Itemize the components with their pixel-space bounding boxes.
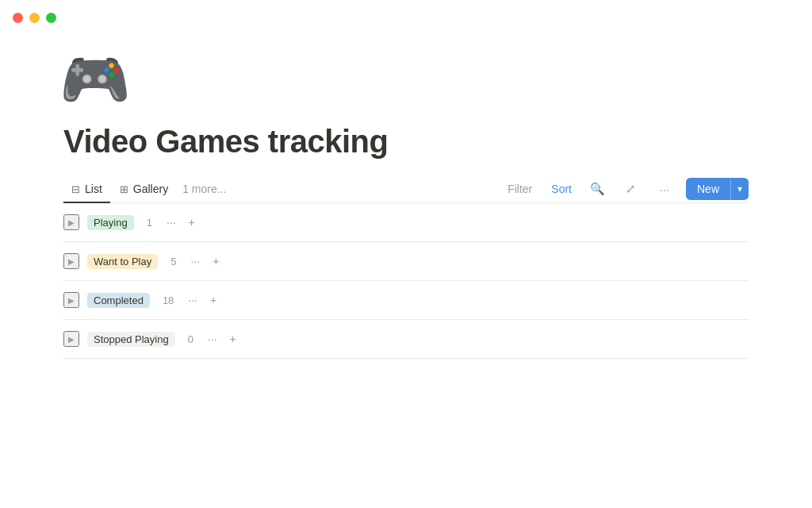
group-add-want-to-play[interactable]: + xyxy=(209,254,222,268)
group-tag-want-to-play: Want to Play xyxy=(87,254,158,269)
tab-gallery-label: Gallery xyxy=(133,183,168,195)
group-expand-completed[interactable]: ▶ xyxy=(63,292,79,308)
group-expand-stopped-playing[interactable]: ▶ xyxy=(63,331,79,347)
group-more-stopped-playing[interactable]: ··· xyxy=(205,332,220,346)
group-expand-want-to-play[interactable]: ▶ xyxy=(63,253,79,269)
group-tag-playing: Playing xyxy=(87,215,134,230)
main-content: 🎮 Video Games tracking ⊟ List ⊞ Gallery … xyxy=(0,0,812,359)
list-tab-icon: ⊟ xyxy=(71,183,80,195)
group-tag-completed: Completed xyxy=(87,293,150,308)
groups-list: ▶ Playing 1 ··· + ▶ Want to Play 5 ··· +… xyxy=(63,203,749,359)
group-row-playing: ▶ Playing 1 ··· + xyxy=(63,203,749,242)
close-button[interactable] xyxy=(13,13,23,23)
group-count-stopped-playing: 0 xyxy=(188,333,193,345)
new-button-group: New ▾ xyxy=(686,178,749,200)
group-actions-completed: ··· + xyxy=(185,293,220,307)
page-title: Video Games tracking xyxy=(63,124,749,160)
sort-button[interactable]: Sort xyxy=(546,179,576,198)
group-actions-playing: ··· + xyxy=(163,215,198,229)
group-count-playing: 1 xyxy=(147,217,152,229)
filter-button[interactable]: Filter xyxy=(503,179,537,198)
group-row-stopped-playing: ▶ Stopped Playing 0 ··· + xyxy=(63,320,749,359)
group-tag-stopped-playing: Stopped Playing xyxy=(87,332,175,347)
minimize-button[interactable] xyxy=(29,13,40,23)
traffic-lights xyxy=(13,13,56,23)
gallery-tab-icon: ⊞ xyxy=(120,183,128,195)
group-add-playing[interactable]: + xyxy=(186,215,198,229)
group-more-completed[interactable]: ··· xyxy=(185,293,201,307)
group-actions-want-to-play: ··· + xyxy=(187,254,222,268)
expand-icon: ⤢ xyxy=(624,182,638,196)
tab-list[interactable]: ⊟ List xyxy=(63,176,110,203)
search-icon: 🔍 xyxy=(591,182,605,196)
tab-more[interactable]: 1 more... xyxy=(178,176,231,202)
sort-label: Sort xyxy=(551,183,572,195)
group-actions-stopped-playing: ··· + xyxy=(205,332,239,346)
search-button[interactable]: 🔍 xyxy=(586,179,610,199)
expand-button[interactable]: ⤢ xyxy=(619,179,643,199)
tab-list-label: List xyxy=(85,183,102,195)
group-add-completed[interactable]: + xyxy=(207,293,220,307)
group-row-completed: ▶ Completed 18 ··· + xyxy=(63,281,749,320)
group-expand-playing[interactable]: ▶ xyxy=(63,214,79,230)
group-more-want-to-play[interactable]: ··· xyxy=(187,254,203,268)
more-options-button[interactable]: ··· xyxy=(653,179,676,199)
toolbar: ⊟ List ⊞ Gallery 1 more... Filter Sort 🔍 xyxy=(63,175,749,203)
new-button-caret[interactable]: ▾ xyxy=(730,179,749,199)
toolbar-actions: Filter Sort 🔍 ⤢ ··· New ▾ xyxy=(503,178,749,200)
group-row-want-to-play: ▶ Want to Play 5 ··· + xyxy=(63,242,749,281)
more-options-icon: ··· xyxy=(657,182,672,196)
group-more-playing[interactable]: ··· xyxy=(163,215,179,229)
maximize-button[interactable] xyxy=(46,13,56,23)
tab-gallery[interactable]: ⊞ Gallery xyxy=(112,176,176,203)
new-button[interactable]: New xyxy=(686,178,730,200)
tabs: ⊟ List ⊞ Gallery 1 more... xyxy=(63,175,503,202)
group-add-stopped-playing[interactable]: + xyxy=(227,332,239,346)
group-count-want-to-play: 5 xyxy=(170,256,176,267)
filter-label: Filter xyxy=(508,183,532,195)
group-count-completed: 18 xyxy=(163,294,174,306)
page-icon: 🎮 xyxy=(63,48,127,111)
